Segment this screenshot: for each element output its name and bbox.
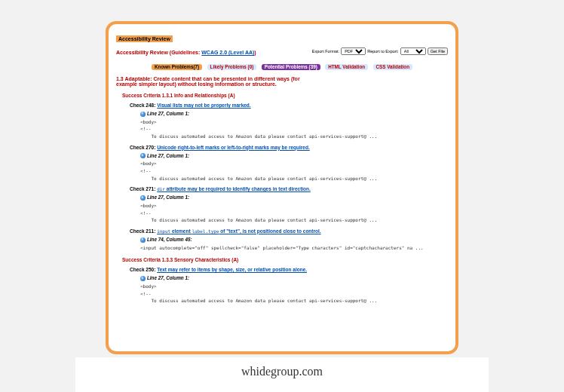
check-270: Check 270: Unicode right-to-left marks o…	[130, 145, 448, 150]
line-74-45: Line 74, Column 45	[147, 237, 190, 242]
guideline-prefix: Accessibility Review (Guidelines:	[116, 50, 201, 55]
input-tag: input	[157, 228, 170, 234]
check-250: Check 250: Text may refer to items by sh…	[130, 267, 448, 272]
check-248: Check 248: Visual lists may not be prope…	[130, 103, 448, 108]
line-27-1: Line 27, Column 1	[147, 275, 188, 280]
line-27-1: Line 27, Column 1	[147, 194, 188, 200]
criteria-1-3-3: Success Criteria 1.3.3 Sensory Character…	[122, 257, 448, 262]
check-248-label: Check 248:	[130, 103, 155, 108]
check-271-label: Check 271:	[130, 186, 155, 191]
export-format-select[interactable]: PDF	[341, 47, 366, 55]
watermark: whidegroup.com	[75, 357, 489, 392]
check-270-link[interactable]: Unicode right-to-left marks or left-to-r…	[157, 145, 310, 150]
tab-potential-problems[interactable]: Potential Problems (39)	[262, 64, 320, 70]
guideline-line: Accessibility Review (Guidelines: WCAG 2…	[116, 50, 256, 55]
export-report-label: Report to Export:	[367, 49, 399, 54]
check-271-tail: attribute may be required to identify ch…	[165, 186, 311, 191]
export-button[interactable]: Get File	[428, 47, 448, 55]
tab-html-validation[interactable]: HTML Validation	[325, 64, 368, 70]
section-heading: 1.3 Adaptable: Create content that can b…	[116, 76, 312, 87]
check-270-line: Line 27, Column 1:	[140, 153, 448, 159]
check-248-link[interactable]: Visual lists may not be properly marked.	[157, 103, 251, 108]
export-format-label: Export Format:	[312, 49, 339, 54]
tabs-row: Known Problems(7) Likely Problems (0) Po…	[116, 58, 448, 72]
label-type-tag: label.type	[192, 228, 219, 234]
info-icon	[140, 195, 146, 201]
criteria-1-3-1: Success Criteria 1.3.1 Info and Relation…	[122, 93, 448, 98]
tab-likely-problems[interactable]: Likely Problems (0)	[207, 64, 257, 70]
check-271-code: <body> <!-- To discuss automated access …	[140, 202, 448, 224]
check-270-label: Check 270:	[130, 145, 155, 150]
check-211: Check 211: input element label.type of "…	[130, 228, 448, 234]
info-icon	[140, 276, 146, 281]
check-250-line: Line 27, Column 1:	[140, 275, 448, 281]
report-frame: Accessibility Review Accessibility Revie…	[106, 21, 458, 354]
tab-known-problems[interactable]: Known Problems(7)	[152, 64, 202, 70]
check-211-link[interactable]: input element label.type of "text", is n…	[157, 228, 320, 234]
check-211-code: <input autocomplete="off" spellcheck="fa…	[140, 244, 448, 252]
check-271-link[interactable]: dir attribute may be required to identif…	[157, 186, 311, 191]
check-248-line: Line 27, Column 1:	[140, 111, 448, 117]
guideline-suffix: )	[254, 50, 256, 55]
tab-css-validation[interactable]: CSS Validation	[373, 64, 412, 70]
title-bar: Accessibility Review	[116, 35, 173, 42]
export-report-select[interactable]: All	[400, 47, 426, 55]
check-248-code: <body> <!-- To discuss automated access …	[140, 118, 448, 140]
check-271: Check 271: dir attribute may be required…	[130, 186, 448, 191]
dir-tag: dir	[157, 186, 165, 191]
info-icon	[140, 237, 146, 243]
check-250-code: <body> <!-- To discuss automated access …	[140, 283, 448, 305]
check-250-link[interactable]: Text may refer to items by shape, size, …	[157, 267, 307, 272]
check-211-line: Line 74, Column 45:	[140, 237, 448, 243]
top-row: Accessibility Review (Guidelines: WCAG 2…	[116, 47, 448, 55]
check-211-label: Check 211:	[130, 228, 155, 234]
line-27-1: Line 27, Column 1	[147, 153, 188, 158]
info-icon	[140, 112, 146, 117]
check-211-mid: element	[170, 228, 192, 234]
check-211-tail: of "text", is not positioned close to co…	[219, 228, 321, 234]
info-icon	[140, 153, 146, 158]
check-271-line: Line 27, Column 1:	[140, 194, 448, 201]
guideline-link[interactable]: WCAG 2.0 (Level AA)	[201, 50, 254, 55]
export-controls: Export Format: PDF Report to Export: All…	[312, 47, 448, 55]
check-270-code: <body> <!-- To discuss automated access …	[140, 160, 448, 182]
check-250-label: Check 250:	[130, 267, 155, 272]
line-27-1: Line 27, Column 1	[147, 111, 188, 116]
